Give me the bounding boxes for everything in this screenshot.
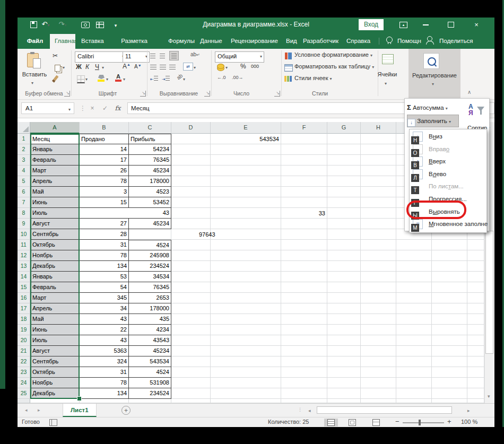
cell-E26[interactable] xyxy=(211,399,281,403)
cell-D16[interactable] xyxy=(171,293,211,303)
cell-A22[interactable]: Сентябрь xyxy=(30,356,80,367)
cell-I23[interactable] xyxy=(396,367,432,378)
cell-F26[interactable] xyxy=(281,399,327,403)
cell-G3[interactable] xyxy=(327,155,361,166)
cell-G5[interactable] xyxy=(327,176,361,187)
cell-J18[interactable] xyxy=(432,314,467,325)
cell-C12[interactable]: 245908 xyxy=(129,250,171,261)
cell-A2[interactable]: Январь xyxy=(30,144,80,155)
alignment-dialog-launcher[interactable]: ↘ xyxy=(204,91,210,97)
cell-value-E1[interactable]: 543534 xyxy=(211,134,279,144)
row-header-17[interactable]: 17 xyxy=(18,303,30,314)
cell-E9[interactable] xyxy=(211,219,281,229)
column-header-B[interactable]: B xyxy=(80,122,129,134)
cell-E17[interactable] xyxy=(211,303,281,314)
cell-F13[interactable] xyxy=(281,261,327,272)
cell-A12[interactable]: Ноябрь xyxy=(30,250,80,261)
cell-C14[interactable]: 34534 xyxy=(129,272,171,282)
ribbon-tab-данные[interactable]: Данные xyxy=(195,34,225,49)
cell-J14[interactable] xyxy=(432,272,467,282)
cell-A24[interactable]: Ноябрь xyxy=(30,378,80,388)
cell-B21[interactable]: 5363 xyxy=(80,346,129,356)
zoom-in-button[interactable]: + xyxy=(447,417,451,425)
cell-D3[interactable] xyxy=(171,155,211,166)
cells-button[interactable]: Ячейки xyxy=(374,71,401,77)
cell-D19[interactable] xyxy=(171,325,211,335)
vertical-scroll-thumb[interactable] xyxy=(485,231,493,354)
align-bottom-icon[interactable] xyxy=(169,51,179,60)
new-sheet-button[interactable]: + xyxy=(121,406,131,415)
maximize-button[interactable] xyxy=(442,18,460,32)
cell-G12[interactable] xyxy=(327,250,361,261)
cell-J15[interactable] xyxy=(432,282,467,293)
ribbon-tab-справка[interactable]: Справка xyxy=(342,34,367,49)
cell-K24[interactable] xyxy=(467,378,484,388)
cell-B9[interactable]: 27 xyxy=(80,219,129,229)
ribbon-display-options-button[interactable]: ▴ xyxy=(394,18,412,32)
hscroll-left-icon[interactable]: ◂ xyxy=(308,408,311,413)
cell-I24[interactable] xyxy=(396,378,432,388)
cell-I25[interactable] xyxy=(396,388,432,399)
cell-A21[interactable]: Август xyxy=(30,346,80,356)
cell-J24[interactable] xyxy=(432,378,467,388)
increase-indent-icon[interactable]: ⇥ xyxy=(162,75,170,82)
cell-D26[interactable] xyxy=(171,399,211,403)
cell-F16[interactable] xyxy=(281,293,327,303)
cell-K21[interactable] xyxy=(467,346,484,356)
name-box[interactable]: A1▾ xyxy=(21,102,74,114)
cell-A7[interactable]: Июнь xyxy=(30,197,80,208)
cell-B1[interactable]: Продано xyxy=(80,134,129,144)
zoom-out-button[interactable]: − xyxy=(395,417,399,425)
cell-E7[interactable] xyxy=(211,197,281,208)
cell-D6[interactable] xyxy=(171,187,211,197)
cell-E14[interactable] xyxy=(211,272,281,282)
fx-icon[interactable]: fx xyxy=(112,102,124,114)
cell-G2[interactable] xyxy=(327,144,361,155)
cell-C5[interactable]: 178000 xyxy=(129,176,171,187)
cell-G13[interactable] xyxy=(327,261,361,272)
cell-A13[interactable]: Декабрь xyxy=(30,261,80,272)
shrink-font-button[interactable]: А▼ xyxy=(134,64,142,69)
row-header-20[interactable]: 20 xyxy=(18,335,30,346)
cell-H3[interactable] xyxy=(361,155,396,166)
cell-B14[interactable]: 53 xyxy=(80,272,129,282)
cell-F9[interactable] xyxy=(281,219,327,229)
cell-E8[interactable] xyxy=(211,208,281,219)
row-header-6[interactable]: 6 xyxy=(18,187,30,197)
row-header-23[interactable]: 23 xyxy=(18,367,30,378)
cell-A23[interactable]: Октябрь xyxy=(30,367,80,378)
cell-D7[interactable] xyxy=(171,197,211,208)
cell-D23[interactable] xyxy=(171,367,211,378)
cell-E11[interactable] xyxy=(211,240,281,250)
cell-A19[interactable]: Июнь xyxy=(30,325,80,335)
row-header-1[interactable]: 1 xyxy=(18,134,30,144)
cell-B8[interactable] xyxy=(80,208,129,219)
cell-B22[interactable]: 324 xyxy=(80,356,129,367)
cell-J17[interactable] xyxy=(432,303,467,314)
cell-I14[interactable] xyxy=(396,272,432,282)
cell-E2[interactable] xyxy=(211,144,281,155)
column-header-H[interactable]: H xyxy=(361,122,396,134)
cell-A25[interactable]: Декабрь xyxy=(30,388,80,399)
cell-B25[interactable]: 134 xyxy=(80,388,129,399)
align-left-icon[interactable] xyxy=(150,64,157,71)
format-painter-icon[interactable] xyxy=(53,75,58,81)
cell-D22[interactable] xyxy=(171,356,211,367)
row-header-22[interactable]: 22 xyxy=(18,356,30,367)
cell-G16[interactable] xyxy=(327,293,361,303)
increase-decimal-icon[interactable]: ←.0 xyxy=(217,75,226,80)
align-right-icon[interactable] xyxy=(169,64,176,71)
cell-H14[interactable] xyxy=(361,272,396,282)
cell-J22[interactable] xyxy=(432,356,467,367)
cell-K25[interactable] xyxy=(467,388,484,399)
row-header-2[interactable]: 2 xyxy=(18,144,30,155)
font-dialog-launcher[interactable]: ↘ xyxy=(140,91,146,97)
cell-J25[interactable] xyxy=(432,388,467,399)
sign-in-button[interactable]: Вход xyxy=(359,19,384,30)
cell-G19[interactable] xyxy=(327,325,361,335)
cell-H16[interactable] xyxy=(361,293,396,303)
cell-J19[interactable] xyxy=(432,325,467,335)
cell-B6[interactable]: 3 xyxy=(80,187,129,197)
merge-dropdown[interactable]: ▾ xyxy=(194,63,196,71)
copy-icon[interactable] xyxy=(55,65,60,72)
